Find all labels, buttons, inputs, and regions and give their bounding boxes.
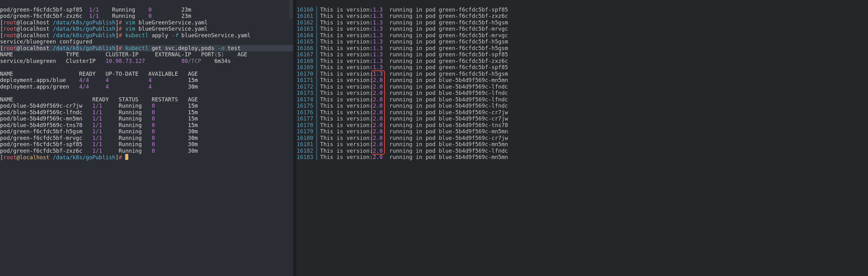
table-row: deployment.apps/blue 4/4 4 4 15m xyxy=(0,77,293,84)
log-line: 16169│This is version:1.3 running in pod… xyxy=(296,64,868,71)
line-number: 16177 xyxy=(296,116,315,122)
log-line: 16178│This is version:2.0 running in pod… xyxy=(296,122,868,129)
line-number: 16163 xyxy=(296,26,315,32)
table-row: pod/blue-5b4d9f569c-tns78 1/1 Running 0 … xyxy=(0,122,293,129)
line-number: 16169 xyxy=(296,64,315,71)
line-number: 16179 xyxy=(296,128,315,135)
line-number: 16175 xyxy=(296,103,315,109)
line-number: 16173 xyxy=(296,90,315,96)
line-number: 16178 xyxy=(296,122,315,129)
log-line: 16163│This is version:1.3 running in pod… xyxy=(296,26,868,32)
log-line: 16179│This is version:2.0 running in pod… xyxy=(296,128,868,135)
log-line: 16171│This is version:2.0 running in pod… xyxy=(296,77,868,84)
command-line-active: [root@localhost /data/k8s/goPublish]# ku… xyxy=(0,45,293,52)
log-line: 16167│This is version:1.3 running in pod… xyxy=(296,51,868,58)
line-number: 16165 xyxy=(296,38,315,45)
line-number: 16181 xyxy=(296,141,315,148)
table-row: pod/green-f6cfdc5bf-h5gsm 1/1 Running 0 … xyxy=(0,128,293,135)
output-line: pod/green-f6cfdc5bf-zxz6c 1/1 Running 0 … xyxy=(0,13,293,20)
log-line: 16181│This is version:2.0 running in pod… xyxy=(296,141,868,148)
log-line: 16161│This is version:1.3 running in pod… xyxy=(296,13,868,20)
table-row: pod/green-f6cfdc5bf-zxz6c 1/1 Running 0 … xyxy=(0,148,293,154)
log-line: 16170│This is version:1.3 running in pod… xyxy=(296,71,868,77)
log-line: 16182│This is version:2.0 running in pod… xyxy=(296,148,868,154)
line-number: 16164 xyxy=(296,32,315,39)
prompt-current[interactable]: [root@localhost /data/k8s/goPublish]# xyxy=(0,154,293,160)
scrollbar-left[interactable] xyxy=(289,0,293,19)
line-number: 16174 xyxy=(296,96,315,103)
log-line: 16174│This is version:2.0 running in pod… xyxy=(296,96,868,103)
log-line: 16160│This is version:1.3 running in pod… xyxy=(296,7,868,13)
line-number: 16170 xyxy=(296,71,315,77)
blank-line xyxy=(0,90,293,96)
line-number: 16168 xyxy=(296,58,315,64)
log-line: 16176│This is version:2.0 running in pod… xyxy=(296,109,868,116)
blank-line xyxy=(0,64,293,71)
line-number: 16171 xyxy=(296,77,315,84)
log-line: 16162│This is version:1.3 running in pod… xyxy=(296,20,868,26)
command-line: [root@localhost /data/k8s/goPublish]# vi… xyxy=(0,20,293,26)
output-line: pod/green-f6cfdc5bf-spf85 1/1 Running 0 … xyxy=(0,7,293,13)
table-row: service/bluegreen ClusterIP 10.98.73.127… xyxy=(0,58,293,64)
command-line: [root@localhost /data/k8s/goPublish]# ku… xyxy=(0,32,293,39)
command-line: [root@localhost /data/k8s/goPublish]# vi… xyxy=(0,26,293,32)
log-line: 16177│This is version:2.0 running in pod… xyxy=(296,116,868,122)
output-line: service/bluegreen configured xyxy=(0,38,293,45)
table-row: deployment.apps/green 4/4 4 4 30m xyxy=(0,84,293,90)
table-row: pod/green-f6cfdc5bf-spf85 1/1 Running 0 … xyxy=(0,141,293,148)
line-number: 16172 xyxy=(296,84,315,90)
log-line: 16172│This is version:2.0 running in pod… xyxy=(296,84,868,90)
terminal-right[interactable]: 16160│This is version:1.3 running in pod… xyxy=(296,0,868,276)
table-row: pod/blue-5b4d9f569c-cr7jw 1/1 Running 0 … xyxy=(0,103,293,109)
line-number: 16183 xyxy=(296,154,315,160)
table-row: pod/blue-5b4d9f569c-mn5mn 1/1 Running 0 … xyxy=(0,116,293,122)
terminal-left[interactable]: pod/green-f6cfdc5bf-spf85 1/1 Running 0 … xyxy=(0,0,293,276)
line-number: 16176 xyxy=(296,109,315,116)
line-number: 16182 xyxy=(296,148,315,154)
table-row: pod/green-f6cfdc5bf-mrvgc 1/1 Running 0 … xyxy=(0,135,293,142)
log-line: 16166│This is version:1.3 running in pod… xyxy=(296,45,868,52)
table-header: NAME TYPE CLUSTER-IP EXTERNAL-IP PORT(S)… xyxy=(0,51,293,58)
log-line: 16183│This is version:2.0 running in pod… xyxy=(296,154,868,160)
log-line: 16168│This is version:1.3 running in pod… xyxy=(296,58,868,64)
line-number: 16166 xyxy=(296,45,315,52)
log-line: 16165│This is version:1.3 running in pod… xyxy=(296,38,868,45)
table-header: NAME READY STATUS RESTARTS AGE xyxy=(0,96,293,103)
line-number: 16162 xyxy=(296,20,315,26)
log-line: 16173│This is version:2.0 running in pod… xyxy=(296,90,868,96)
line-number: 16180 xyxy=(296,135,315,142)
table-header: NAME READY UP-TO-DATE AVAILABLE AGE xyxy=(0,71,293,77)
log-line: 16180│This is version:2.0 running in pod… xyxy=(296,135,868,142)
line-number: 16167 xyxy=(296,51,315,58)
log-line: 16175│This is version:2.0 running in pod… xyxy=(296,103,868,109)
table-row: pod/blue-5b4d9f569c-lfndc 1/1 Running 0 … xyxy=(0,109,293,116)
pane-divider[interactable] xyxy=(293,0,296,276)
line-number: 16161 xyxy=(296,13,315,20)
line-number: 16160 xyxy=(296,7,315,13)
log-line: 16164│This is version:1.3 running in pod… xyxy=(296,32,868,39)
cursor xyxy=(125,154,128,160)
